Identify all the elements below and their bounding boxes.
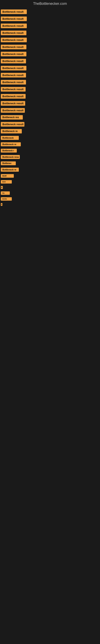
bottleneck-item-13[interactable]: Bottleneck result [0, 100, 100, 107]
bottleneck-badge-29: B [1, 203, 2, 206]
bottleneck-item-25[interactable]: Bott [0, 179, 100, 185]
bottleneck-badge-10: Bottleneck result [1, 80, 26, 84]
bottleneck-item-12[interactable]: Bottleneck result [0, 93, 100, 100]
bottleneck-item-2[interactable]: Bottleneck result [0, 22, 100, 30]
bottleneck-badge-7: Bottleneck result [1, 59, 26, 64]
bottleneck-badge-27: Bo [1, 192, 10, 195]
bottleneck-badge-20: Bottleneck r [1, 149, 17, 152]
bottleneck-item-19[interactable]: Bottleneck re [0, 141, 100, 148]
bottleneck-item-3[interactable]: Bottleneck result [0, 30, 100, 36]
bottleneck-badge-22: Bottlenec [1, 162, 16, 165]
bottleneck-item-28[interactable]: Bottle [0, 196, 100, 202]
bottleneck-badge-21: Bottleneck resu [1, 155, 20, 159]
bottleneck-badge-2: Bottleneck result [1, 24, 27, 28]
bottleneck-badge-12: Bottleneck result [1, 94, 26, 98]
bottleneck-item-23[interactable]: Bottleneck re [0, 166, 100, 173]
bottleneck-item-8[interactable]: Bottleneck result [0, 64, 100, 72]
bottleneck-item-27[interactable]: Bo [0, 190, 100, 196]
bottleneck-badge-28: Bottle [1, 197, 12, 201]
bottleneck-badge-6: Bottleneck result [1, 52, 26, 56]
bottleneck-badge-17: Bottleneck re [1, 129, 22, 134]
bottleneck-badge-19: Bottleneck re [1, 142, 21, 146]
bottleneck-item-9[interactable]: Bottleneck result [0, 72, 100, 79]
bottleneck-item-17[interactable]: Bottleneck re [0, 128, 100, 135]
bottleneck-item-7[interactable]: Bottleneck result [0, 58, 100, 64]
bottleneck-item-10[interactable]: Bottleneck result [0, 79, 100, 86]
bottleneck-item-16[interactable]: Bottleneck result [0, 121, 100, 128]
bottleneck-item-15[interactable]: Bottleneck res [0, 114, 100, 121]
bottleneck-badge-1: Bottleneck result [1, 16, 27, 21]
bottleneck-badge-26: B [1, 186, 3, 189]
bottleneck-badge-25: Bott [1, 180, 12, 184]
bottleneck-badge-14: Bottleneck result [1, 108, 25, 113]
bottleneck-badge-23: Bottleneck re [1, 168, 19, 172]
bottleneck-item-6[interactable]: Bottleneck result [0, 50, 100, 58]
bottleneck-item-29[interactable]: B [0, 202, 100, 207]
site-title: TheBottlenecker.com [0, 0, 100, 8]
bottleneck-badge-13: Bottleneck result [1, 101, 25, 106]
bottleneck-badge-4: Bottleneck result [1, 38, 27, 42]
bottleneck-badge-0: Bottleneck result [1, 10, 27, 14]
bottleneck-item-14[interactable]: Bottleneck result [0, 107, 100, 114]
bottleneck-badge-24: Bottl [1, 174, 14, 178]
bottleneck-item-5[interactable]: Bottleneck result [0, 44, 100, 50]
bottleneck-badge-16: Bottleneck result [1, 122, 24, 126]
bottleneck-item-26[interactable]: B [0, 185, 100, 190]
bottleneck-item-0[interactable]: Bottleneck result [0, 8, 100, 15]
bottleneck-item-21[interactable]: Bottleneck resu [0, 154, 100, 160]
bottleneck-badge-11: Bottleneck result [1, 87, 26, 92]
bottleneck-item-24[interactable]: Bottl [0, 173, 100, 179]
bottleneck-badge-18: Bottleneck [1, 136, 19, 140]
bottleneck-badge-3: Bottleneck result [1, 30, 26, 35]
bottleneck-item-4[interactable]: Bottleneck result [0, 36, 100, 44]
bottleneck-item-11[interactable]: Bottleneck result [0, 86, 100, 93]
bottleneck-badge-9: Bottleneck result [1, 73, 26, 78]
bottleneck-badge-8: Bottleneck result [1, 66, 26, 70]
bottleneck-badge-5: Bottleneck result [1, 45, 26, 49]
bottleneck-item-20[interactable]: Bottleneck r [0, 148, 100, 154]
bottleneck-badge-15: Bottleneck res [1, 115, 23, 120]
bottleneck-item-1[interactable]: Bottleneck result [0, 15, 100, 22]
bottleneck-item-18[interactable]: Bottleneck [0, 135, 100, 141]
bottleneck-item-22[interactable]: Bottlenec [0, 160, 100, 166]
bottleneck-items-container: Bottleneck resultBottleneck resultBottle… [0, 8, 100, 207]
